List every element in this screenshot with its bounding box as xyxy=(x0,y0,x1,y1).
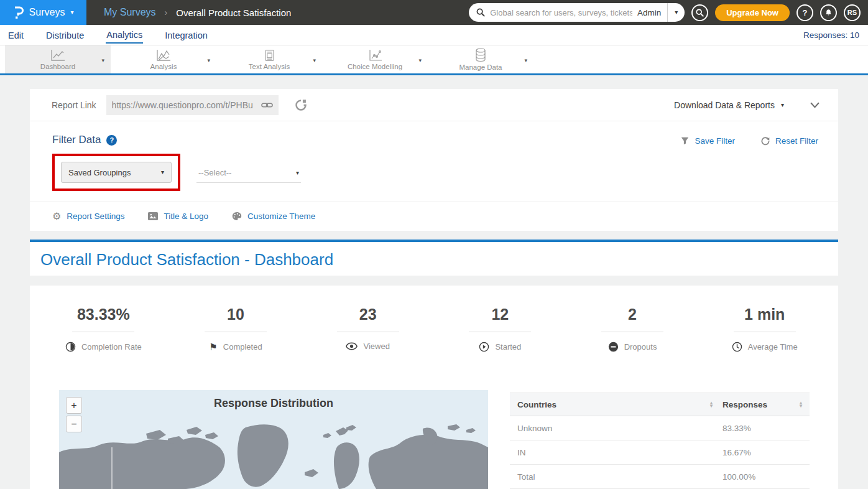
tab-distribute[interactable]: Distribute xyxy=(45,27,85,43)
global-search[interactable]: Admin ▾ xyxy=(469,3,685,22)
link-icon[interactable] xyxy=(261,101,273,109)
highlight-red-box: Saved Groupings ▾ xyxy=(52,154,180,191)
tab-analytics[interactable]: Analytics xyxy=(106,26,143,44)
help-button[interactable]: ? xyxy=(796,4,813,21)
download-data-reports-menu[interactable]: Download Data & Reports ▾ xyxy=(674,100,784,110)
refresh-icon xyxy=(761,137,770,146)
gear-icon: ⚙ xyxy=(52,212,61,221)
surveys-product-menu[interactable]: Surveys ▾ xyxy=(0,0,86,25)
map-zoom-in-button[interactable]: + xyxy=(66,397,82,414)
world-map xyxy=(59,422,488,489)
collapse-panel-chevron-icon[interactable] xyxy=(810,102,820,108)
stat-label: Dropouts xyxy=(624,342,657,352)
download-label: Download Data & Reports xyxy=(674,100,775,110)
response-distribution-map[interactable]: Response Distribution + − xyxy=(59,390,488,489)
country-cell: Total xyxy=(517,472,535,482)
question-mark-icon: ? xyxy=(803,8,808,17)
dashboard-card: 83.33% Completion Rate 10 ⚑Completed 23 … xyxy=(30,286,838,489)
scatter-chart-icon xyxy=(368,49,382,62)
dashboard-title-band: Overall Product Satisfaction - Dashboard xyxy=(30,240,838,276)
report-panel: Report Link Download Data & Reports ▾ Fi… xyxy=(30,89,838,231)
play-circle-icon xyxy=(479,342,489,352)
customize-theme-button[interactable]: Customize Theme xyxy=(232,212,315,221)
save-filter-button[interactable]: Save Filter xyxy=(681,136,735,146)
search-scope-label: Admin xyxy=(637,8,667,17)
toolbar-item-manage-data[interactable]: Manage Data ▾ xyxy=(428,45,533,73)
saved-groupings-value: Saved Groupings xyxy=(68,168,131,177)
section-nav: Edit Distribute Analytics Integration Re… xyxy=(0,25,868,45)
stat-dropouts: 2 Dropouts xyxy=(566,305,699,355)
report-settings-button[interactable]: ⚙ Report Settings xyxy=(52,212,124,221)
table-row: IN 16.67% xyxy=(510,440,810,465)
stat-label: Completion Rate xyxy=(81,342,142,352)
questionpro-logo xyxy=(13,6,24,20)
search-icon xyxy=(696,9,704,17)
title-logo-label: Title & Logo xyxy=(164,212,208,221)
map-title: Response Distribution xyxy=(59,397,488,410)
save-filter-label: Save Filter xyxy=(695,136,735,146)
customize-theme-label: Customize Theme xyxy=(247,212,315,221)
responses-header-label: Responses xyxy=(723,400,767,409)
bell-icon xyxy=(824,8,833,17)
minus-circle-icon xyxy=(608,342,619,352)
toolbar-item-label: Manage Data xyxy=(459,63,502,71)
report-link-input[interactable] xyxy=(112,100,259,110)
analysis-chart-icon xyxy=(155,49,172,62)
country-cell: IN xyxy=(517,448,526,457)
report-settings-label: Report Settings xyxy=(67,212,124,221)
sort-icon[interactable]: ▴▾ xyxy=(710,401,713,408)
toolbar-item-label: Analysis xyxy=(150,63,177,70)
caret-down-icon[interactable]: ▾ xyxy=(524,57,527,63)
reset-filter-label: Reset Filter xyxy=(775,136,818,146)
document-icon xyxy=(265,49,274,62)
toolbar-item-dashboard[interactable]: Dashboard ▾ xyxy=(5,45,111,73)
search-button[interactable] xyxy=(691,4,708,21)
line-chart-icon xyxy=(50,49,66,62)
breadcrumb-my-surveys[interactable]: My Surveys xyxy=(104,7,156,18)
caret-down-icon[interactable]: ▾ xyxy=(101,57,104,63)
stat-label: Average Time xyxy=(748,342,798,352)
product-name: Surveys xyxy=(29,7,65,18)
help-icon[interactable]: ? xyxy=(106,135,117,146)
caret-down-icon: ▾ xyxy=(781,102,784,108)
caret-down-icon[interactable]: ▾ xyxy=(207,57,210,63)
filter-select-dropdown[interactable]: --Select-- ▾ xyxy=(196,164,301,183)
toolbar-item-label: Dashboard xyxy=(40,63,75,70)
tab-edit[interactable]: Edit xyxy=(7,27,24,43)
caret-down-icon: ▾ xyxy=(296,170,299,176)
stat-value: 1 min xyxy=(698,305,831,324)
report-link-row: Report Link Download Data & Reports ▾ xyxy=(30,89,838,121)
stat-value: 10 xyxy=(170,305,302,324)
avatar-initials: RS xyxy=(847,9,857,16)
breadcrumb-separator: › xyxy=(165,7,168,17)
share-report-icon[interactable] xyxy=(295,99,307,111)
report-link-field[interactable] xyxy=(106,95,279,115)
stat-viewed: 23 Viewed xyxy=(302,305,434,355)
title-logo-button[interactable]: Title & Logo xyxy=(148,212,208,221)
global-search-input[interactable] xyxy=(485,8,637,17)
flag-icon: ⚑ xyxy=(209,342,217,352)
avatar[interactable]: RS xyxy=(844,4,861,21)
toolbar-item-analysis[interactable]: Analysis ▾ xyxy=(111,45,216,73)
sort-icon[interactable]: ▴▾ xyxy=(800,401,802,408)
reset-filter-button[interactable]: Reset Filter xyxy=(761,136,818,146)
upgrade-now-button[interactable]: Upgrade Now xyxy=(715,4,790,21)
countries-header-label: Countries xyxy=(517,400,556,409)
stat-completed: 10 ⚑Completed xyxy=(170,305,302,355)
search-scope-dropdown[interactable]: ▾ xyxy=(667,3,685,22)
caret-down-icon[interactable]: ▾ xyxy=(418,57,422,63)
stat-value: 12 xyxy=(434,305,566,324)
notifications-button[interactable] xyxy=(820,4,837,21)
stat-average-time: 1 min Average Time xyxy=(698,305,831,355)
saved-groupings-dropdown[interactable]: Saved Groupings ▾ xyxy=(61,162,172,183)
stat-started: 12 Started xyxy=(434,305,566,355)
tab-integration[interactable]: Integration xyxy=(164,27,208,43)
stat-value: 23 xyxy=(302,305,434,324)
filter-select-value: --Select-- xyxy=(198,168,231,177)
toolbar-item-text-analysis[interactable]: Text Analysis ▾ xyxy=(216,45,322,73)
responses-count: Responses: 10 xyxy=(803,30,859,40)
caret-down-icon[interactable]: ▾ xyxy=(313,57,316,63)
stat-label: Completed xyxy=(223,342,262,352)
toolbar-item-choice-modelling[interactable]: Choice Modelling ▾ xyxy=(322,45,428,73)
countries-table: Countries ▴▾ Responses ▴▾ Unknown 83.33%… xyxy=(510,393,810,489)
